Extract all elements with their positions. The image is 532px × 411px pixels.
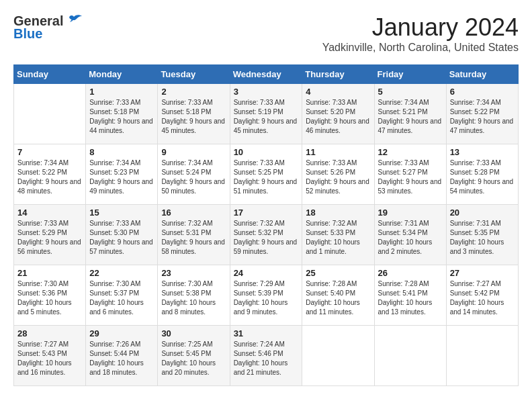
day-info: Sunrise: 7:31 AM Sunset: 5:34 PM Dayligh… [378,219,443,257]
day-info: Sunrise: 7:31 AM Sunset: 5:35 PM Dayligh… [450,219,515,257]
month-title: January 2024 [322,13,519,42]
day-info: Sunrise: 7:26 AM Sunset: 5:44 PM Dayligh… [89,340,154,377]
day-info: Sunrise: 7:34 AM Sunset: 5:22 PM Dayligh… [17,158,82,196]
calendar-cell: 23 Sunrise: 7:30 AM Sunset: 5:38 PM Dayl… [158,265,230,326]
day-number: 30 [161,328,226,338]
day-info: Sunrise: 7:33 AM Sunset: 5:18 PM Dayligh… [89,98,154,136]
calendar-cell: 14 Sunrise: 7:33 AM Sunset: 5:29 PM Dayl… [14,205,86,265]
calendar-cell: 16 Sunrise: 7:32 AM Sunset: 5:31 PM Dayl… [158,205,230,265]
day-info: Sunrise: 7:30 AM Sunset: 5:38 PM Dayligh… [161,279,226,317]
day-number: 26 [378,268,443,278]
header-friday: Friday [374,65,446,84]
day-number: 10 [234,147,299,157]
day-number: 7 [17,147,82,157]
calendar-cell: 31 Sunrise: 7:24 AM Sunset: 5:46 PM Dayl… [230,326,302,386]
calendar-cell: 13 Sunrise: 7:33 AM Sunset: 5:28 PM Dayl… [446,144,518,205]
logo-blue-text: Blue [13,26,42,42]
calendar-cell: 2 Sunrise: 7:33 AM Sunset: 5:18 PM Dayli… [158,84,230,144]
header-wednesday: Wednesday [230,65,302,84]
day-info: Sunrise: 7:33 AM Sunset: 5:25 PM Dayligh… [234,158,299,196]
day-info: Sunrise: 7:33 AM Sunset: 5:30 PM Dayligh… [89,219,154,257]
calendar-cell: 25 Sunrise: 7:28 AM Sunset: 5:40 PM Dayl… [302,265,374,326]
calendar-cell: 19 Sunrise: 7:31 AM Sunset: 5:34 PM Dayl… [374,205,446,265]
day-info: Sunrise: 7:33 AM Sunset: 5:28 PM Dayligh… [450,158,515,196]
day-info: Sunrise: 7:32 AM Sunset: 5:33 PM Dayligh… [306,219,370,257]
day-info: Sunrise: 7:32 AM Sunset: 5:32 PM Dayligh… [234,219,299,257]
calendar-cell: 11 Sunrise: 7:33 AM Sunset: 5:26 PM Dayl… [302,144,374,205]
header-thursday: Thursday [302,65,374,84]
calendar-table: Sunday Monday Tuesday Wednesday Thursday… [13,64,519,386]
day-info: Sunrise: 7:33 AM Sunset: 5:26 PM Dayligh… [306,158,370,196]
page-header: General Blue January 2024 Yadkinville, N… [13,13,519,54]
day-info: Sunrise: 7:33 AM Sunset: 5:19 PM Dayligh… [234,98,299,136]
calendar-cell: 24 Sunrise: 7:29 AM Sunset: 5:39 PM Dayl… [230,265,302,326]
day-number: 12 [378,147,443,157]
day-number: 13 [450,147,515,157]
day-number: 3 [234,87,299,97]
day-number: 24 [234,268,299,278]
day-number: 2 [161,87,226,97]
day-info: Sunrise: 7:24 AM Sunset: 5:46 PM Dayligh… [234,340,299,377]
day-number: 6 [450,87,515,97]
calendar-cell: 15 Sunrise: 7:33 AM Sunset: 5:30 PM Dayl… [86,205,158,265]
day-number: 11 [306,147,370,157]
calendar-cell: 1 Sunrise: 7:33 AM Sunset: 5:18 PM Dayli… [86,84,158,144]
day-info: Sunrise: 7:34 AM Sunset: 5:21 PM Dayligh… [378,98,443,136]
calendar-cell: 4 Sunrise: 7:33 AM Sunset: 5:20 PM Dayli… [302,84,374,144]
calendar-cell: 3 Sunrise: 7:33 AM Sunset: 5:19 PM Dayli… [230,84,302,144]
day-number: 25 [306,268,370,278]
calendar-cell [374,326,446,386]
day-number: 17 [234,208,299,218]
day-number: 18 [306,208,370,218]
header-saturday: Saturday [446,65,518,84]
calendar-cell: 9 Sunrise: 7:34 AM Sunset: 5:24 PM Dayli… [158,144,230,205]
day-number: 23 [161,268,226,278]
calendar-cell: 12 Sunrise: 7:33 AM Sunset: 5:27 PM Dayl… [374,144,446,205]
header-monday: Monday [86,65,158,84]
day-number: 15 [89,208,154,218]
day-number: 27 [450,268,515,278]
day-number: 31 [234,328,299,338]
day-info: Sunrise: 7:28 AM Sunset: 5:41 PM Dayligh… [378,279,443,317]
calendar-cell: 28 Sunrise: 7:27 AM Sunset: 5:43 PM Dayl… [14,326,86,386]
calendar-cell: 7 Sunrise: 7:34 AM Sunset: 5:22 PM Dayli… [14,144,86,205]
day-number: 20 [450,208,515,218]
day-info: Sunrise: 7:34 AM Sunset: 5:24 PM Dayligh… [161,158,226,196]
calendar-cell: 26 Sunrise: 7:28 AM Sunset: 5:41 PM Dayl… [374,265,446,326]
calendar-cell: 5 Sunrise: 7:34 AM Sunset: 5:21 PM Dayli… [374,84,446,144]
calendar-cell [14,84,86,144]
day-number: 21 [17,268,82,278]
calendar-cell [302,326,374,386]
logo: General Blue [13,13,83,42]
day-info: Sunrise: 7:27 AM Sunset: 5:43 PM Dayligh… [17,340,82,377]
day-info: Sunrise: 7:30 AM Sunset: 5:37 PM Dayligh… [89,279,154,317]
day-info: Sunrise: 7:33 AM Sunset: 5:20 PM Dayligh… [306,98,370,136]
title-block: January 2024 Yadkinville, North Carolina… [322,13,519,54]
calendar-cell: 10 Sunrise: 7:33 AM Sunset: 5:25 PM Dayl… [230,144,302,205]
header-sunday: Sunday [14,65,86,84]
day-info: Sunrise: 7:34 AM Sunset: 5:23 PM Dayligh… [89,158,154,196]
day-number: 9 [161,147,226,157]
day-info: Sunrise: 7:25 AM Sunset: 5:45 PM Dayligh… [161,340,226,377]
day-info: Sunrise: 7:29 AM Sunset: 5:39 PM Dayligh… [234,279,299,317]
day-number: 14 [17,208,82,218]
day-number: 22 [89,268,154,278]
day-info: Sunrise: 7:34 AM Sunset: 5:22 PM Dayligh… [450,98,515,136]
calendar-cell: 30 Sunrise: 7:25 AM Sunset: 5:45 PM Dayl… [158,326,230,386]
calendar-cell: 6 Sunrise: 7:34 AM Sunset: 5:22 PM Dayli… [446,84,518,144]
header-tuesday: Tuesday [158,65,230,84]
calendar-cell: 17 Sunrise: 7:32 AM Sunset: 5:32 PM Dayl… [230,205,302,265]
calendar-cell: 18 Sunrise: 7:32 AM Sunset: 5:33 PM Dayl… [302,205,374,265]
day-number: 16 [161,208,226,218]
calendar-cell: 8 Sunrise: 7:34 AM Sunset: 5:23 PM Dayli… [86,144,158,205]
calendar-cell: 29 Sunrise: 7:26 AM Sunset: 5:44 PM Dayl… [86,326,158,386]
calendar-cell: 27 Sunrise: 7:27 AM Sunset: 5:42 PM Dayl… [446,265,518,326]
day-info: Sunrise: 7:32 AM Sunset: 5:31 PM Dayligh… [161,219,226,257]
day-number: 28 [17,328,82,338]
day-number: 4 [306,87,370,97]
day-number: 1 [89,87,154,97]
day-number: 29 [89,328,154,338]
day-number: 19 [378,208,443,218]
day-number: 5 [378,87,443,97]
day-number: 8 [89,147,154,157]
